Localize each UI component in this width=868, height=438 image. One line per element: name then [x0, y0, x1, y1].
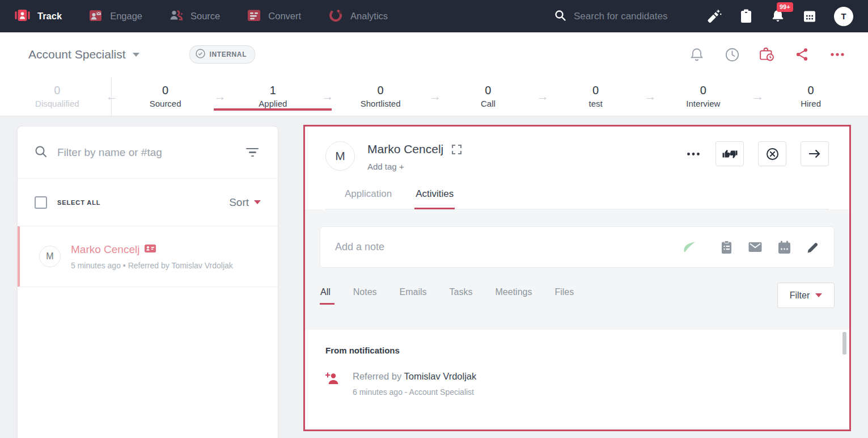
- activity-group-heading: From notifications: [325, 346, 829, 355]
- add-tag-button[interactable]: Add tag +: [367, 162, 461, 171]
- activity-compose-zone: All Notes Emails Tasks Meetings Files Fi…: [305, 209, 849, 330]
- disqualify-button[interactable]: [758, 141, 786, 166]
- nav-item-engage[interactable]: Engage: [89, 9, 142, 24]
- pipeline-stage-shortlisted[interactable]: 0 Shortlisted →: [327, 77, 434, 116]
- job-notifications-bell-button[interactable]: [689, 47, 705, 62]
- leaf-icon: [682, 242, 696, 253]
- filter-button-label: Filter: [790, 290, 810, 301]
- activity-filter-notes[interactable]: Notes: [353, 283, 378, 305]
- add-note-input[interactable]: [335, 241, 682, 253]
- magic-wand-button[interactable]: [707, 9, 722, 24]
- analytics-icon: [328, 8, 343, 25]
- edit-pencil-button[interactable]: [807, 241, 819, 254]
- job-title-dropdown[interactable]: Account Specialist: [28, 48, 139, 61]
- pipeline-stage-call[interactable]: 0 Call →: [434, 77, 542, 116]
- stage-count: 0: [162, 84, 168, 97]
- activity-actor-link[interactable]: Tomislav Vrdoljak: [404, 371, 477, 381]
- scrollbar-thumb[interactable]: [842, 332, 846, 355]
- candidate-filter-input[interactable]: [57, 146, 234, 159]
- candidate-avatar: M: [39, 246, 61, 267]
- engage-icon: [89, 9, 103, 24]
- share-button[interactable]: [794, 47, 810, 62]
- source-icon: [170, 9, 183, 24]
- note-compose-box: [320, 226, 835, 268]
- stage-count: 1: [270, 84, 276, 97]
- nav-label-analytics: Analytics: [350, 11, 388, 22]
- move-to-next-stage-button[interactable]: [801, 141, 829, 166]
- job-title-text: Account Specialist: [28, 48, 126, 61]
- filter-funnel-button[interactable]: [244, 146, 261, 159]
- stage-label: Disqualified: [35, 99, 79, 108]
- arrow-left-icon: ←: [106, 90, 118, 103]
- chevron-down-icon: [254, 200, 261, 208]
- activity-filter-all[interactable]: All: [320, 283, 331, 305]
- candidate-list-item[interactable]: M Marko Cencelj 5 minutes ago • Referred…: [18, 226, 278, 287]
- candidate-filter-row: [18, 127, 278, 179]
- pipeline-stage-hired[interactable]: 0 Hired: [757, 77, 865, 116]
- person-plus-icon: [325, 371, 340, 397]
- clipboard-button[interactable]: [739, 9, 753, 24]
- history-clock-button[interactable]: [724, 47, 740, 62]
- arrow-right-icon: →: [429, 90, 441, 103]
- stage-label: Call: [481, 99, 496, 108]
- activity-feed: From notifications Referred by Tomislav …: [305, 330, 849, 429]
- activity-filter-meetings[interactable]: Meetings: [495, 283, 533, 305]
- select-all-checkbox[interactable]: [35, 196, 47, 209]
- nav-item-track[interactable]: Track: [15, 9, 62, 24]
- notifications-bell-button[interactable]: 99+: [770, 9, 785, 24]
- candidate-list-panel: SELECT ALL Sort M Marko Cencelj 5 minute…: [17, 126, 278, 438]
- activity-text-prefix: Referred by: [353, 371, 401, 381]
- select-all-label: SELECT ALL: [57, 199, 100, 206]
- notification-count-badge: 99+: [777, 2, 793, 12]
- activity-filter-files[interactable]: Files: [554, 283, 574, 305]
- pipeline-stage-disqualified[interactable]: 0 Disqualified ←: [3, 77, 112, 116]
- activity-item: Referred by Tomislav Vrdoljak 6 minutes …: [325, 371, 829, 397]
- convert-icon: [247, 9, 261, 24]
- create-task-button[interactable]: [721, 241, 732, 254]
- more-options-button[interactable]: [685, 149, 701, 159]
- pipeline-stage-test[interactable]: 0 test →: [542, 77, 650, 116]
- filter-dropdown-button[interactable]: Filter: [777, 283, 835, 308]
- check-circle-icon: [196, 49, 205, 60]
- stage-count: 0: [54, 84, 60, 97]
- pipeline-stage-sourced[interactable]: 0 Sourced →: [112, 77, 219, 116]
- nav-item-source[interactable]: Source: [170, 9, 220, 24]
- arrow-right-icon: →: [537, 90, 549, 103]
- candidate-name-link[interactable]: Marko Cencelj: [71, 243, 139, 256]
- arrow-right-icon: →: [214, 90, 226, 103]
- job-schedule-button[interactable]: [759, 47, 775, 62]
- candidate-actions: [685, 141, 829, 166]
- pipeline-stage-interview[interactable]: 0 Interview →: [650, 77, 757, 116]
- search-icon: [554, 10, 566, 23]
- more-options-button[interactable]: [829, 47, 845, 62]
- sort-dropdown[interactable]: Sort: [229, 196, 261, 209]
- job-header-actions: [689, 47, 845, 62]
- schedule-event-button[interactable]: [778, 241, 791, 254]
- pipeline-stage-applied[interactable]: 1 Applied →: [219, 77, 327, 116]
- tab-activities[interactable]: Activities: [414, 186, 455, 209]
- tab-application[interactable]: Application: [344, 186, 393, 209]
- track-icon: [15, 9, 30, 24]
- sort-label: Sort: [229, 196, 249, 209]
- arrow-right-icon: →: [321, 90, 333, 103]
- job-header: Account Specialist INTERNAL: [0, 32, 868, 77]
- send-email-button[interactable]: [748, 242, 762, 252]
- activity-filter-row: All Notes Emails Tasks Meetings Files Fi…: [320, 283, 835, 308]
- candidate-list-toolbar: SELECT ALL Sort: [18, 179, 278, 226]
- search-input[interactable]: [574, 11, 690, 22]
- nav-item-convert[interactable]: Convert: [247, 9, 301, 24]
- nav-item-analytics[interactable]: Analytics: [328, 8, 388, 25]
- candidate-name: Marko Cencelj: [367, 142, 443, 156]
- calendar-button[interactable]: [802, 9, 817, 24]
- user-avatar[interactable]: T: [834, 7, 853, 26]
- activity-filter-emails[interactable]: Emails: [399, 283, 427, 305]
- activity-meta: 6 minutes ago - Account Specialist: [353, 388, 476, 397]
- stage-label: Sourced: [150, 99, 181, 108]
- stage-count: 0: [808, 84, 814, 97]
- arrow-right-icon: →: [645, 90, 657, 103]
- activity-filter-tasks[interactable]: Tasks: [449, 283, 473, 305]
- expand-fullscreen-button[interactable]: [452, 145, 461, 154]
- rate-candidate-button[interactable]: [715, 141, 744, 166]
- detail-tabs: Application Activities: [325, 186, 829, 209]
- stage-label: Shortlisted: [361, 99, 401, 108]
